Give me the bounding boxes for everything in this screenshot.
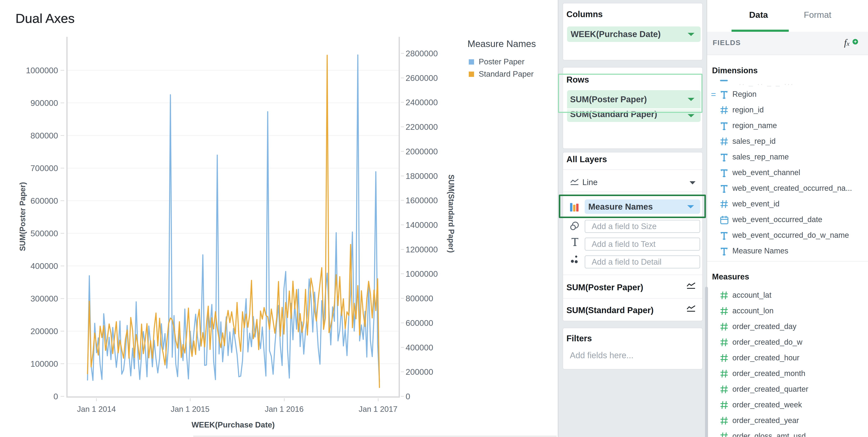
svg-text:Jan 1 2015: Jan 1 2015 (170, 405, 209, 413)
svg-text:600000: 600000 (31, 196, 58, 205)
svg-text:1200000: 1200000 (406, 245, 438, 254)
svg-text:900000: 900000 (31, 98, 58, 107)
svg-text:400000: 400000 (31, 262, 58, 271)
svg-text:800000: 800000 (31, 131, 58, 140)
svg-text:700000: 700000 (31, 164, 58, 173)
svg-text:1000000: 1000000 (26, 66, 58, 75)
svg-text:200000: 200000 (406, 367, 433, 376)
svg-text:Measure Names: Measure Names (467, 38, 536, 49)
svg-text:Standard Paper: Standard Paper (479, 70, 534, 78)
svg-text:Jan 1 2017: Jan 1 2017 (359, 405, 397, 413)
svg-text:200000: 200000 (31, 327, 58, 336)
svg-text:1400000: 1400000 (406, 221, 438, 230)
svg-text:0: 0 (53, 392, 58, 401)
svg-text:2000000: 2000000 (406, 147, 438, 156)
svg-text:100000: 100000 (31, 359, 58, 368)
svg-text:0: 0 (406, 392, 410, 401)
svg-text:SUM(Poster Paper): SUM(Poster Paper) (18, 182, 27, 251)
svg-text:2200000: 2200000 (406, 122, 438, 132)
svg-text:500000: 500000 (31, 229, 58, 238)
svg-text:400000: 400000 (406, 343, 433, 352)
svg-text:WEEK(Purchase Date): WEEK(Purchase Date) (192, 421, 275, 429)
svg-text:Jan 1 2016: Jan 1 2016 (265, 405, 304, 413)
svg-text:Poster Paper: Poster Paper (479, 57, 525, 66)
svg-text:800000: 800000 (406, 294, 433, 303)
svg-text:300000: 300000 (31, 294, 58, 303)
svg-text:2800000: 2800000 (406, 49, 438, 58)
svg-text:SUM(Standard Paper): SUM(Standard Paper) (447, 174, 456, 253)
svg-text:2600000: 2600000 (406, 73, 438, 82)
svg-text:Jan 1 2014: Jan 1 2014 (77, 405, 116, 413)
svg-text:2400000: 2400000 (406, 98, 438, 107)
svg-text:600000: 600000 (406, 318, 433, 328)
svg-text:1000000: 1000000 (406, 269, 438, 278)
svg-text:1600000: 1600000 (406, 196, 438, 205)
svg-text:1800000: 1800000 (406, 171, 438, 180)
